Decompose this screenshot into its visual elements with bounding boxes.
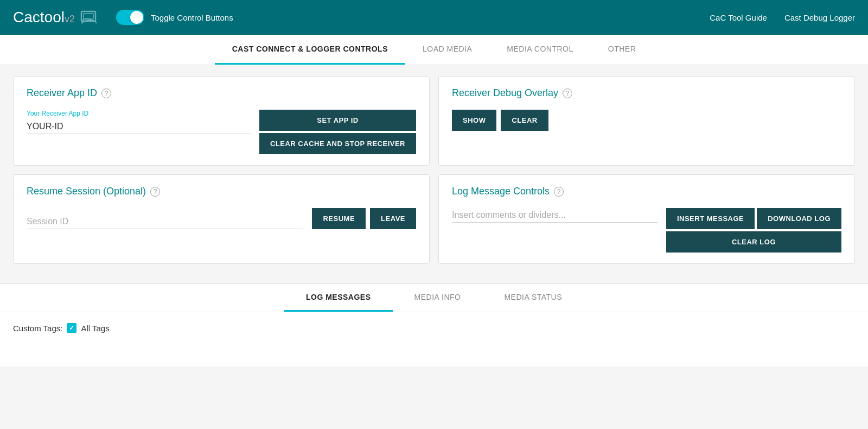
receiver-debug-buttons: SHOW CLEAR [452,110,841,131]
resume-button[interactable]: RESUME [312,208,366,229]
app-header: Cactoolv2 Toggle Control Buttons CaC Too… [0,0,868,35]
log-top-buttons: INSERT MESSAGE DOWNLOAD LOG [666,208,841,229]
receiver-app-id-input-area: Your Receiver App ID [27,110,259,134]
receiver-app-id-help-icon[interactable]: ? [101,89,111,98]
resume-session-body: RESUME LEAVE [27,208,416,229]
tab-log-messages[interactable]: LOG MESSAGES [284,284,393,312]
log-message-controls-card: Log Message Controls ? INSERT MESSAGE DO… [438,174,855,264]
receiver-debug-overlay-card: Receiver Debug Overlay ? SHOW CLEAR [438,76,855,166]
session-id-input[interactable] [27,214,303,229]
custom-tags-label: Custom Tags: [13,324,62,333]
receiver-debug-help-icon[interactable]: ? [563,89,572,98]
log-comment-input[interactable] [452,208,658,223]
log-message-controls-title: Log Message Controls ? [452,186,841,197]
log-message-help-icon[interactable]: ? [554,187,564,197]
session-buttons: RESUME LEAVE [312,208,416,229]
receiver-app-id-body: Your Receiver App ID SET APP ID CLEAR CA… [27,110,416,154]
top-tabs-bar: CAST CONNECT & LOGGER CONTROLS LOAD MEDI… [0,35,868,65]
all-tags-label: All Tags [81,324,109,333]
set-app-id-button[interactable]: SET APP ID [259,110,416,131]
clear-button[interactable]: CLEAR [501,110,548,131]
receiver-app-id-card: Receiver App ID ? Your Receiver App ID S… [13,76,430,166]
download-log-button[interactable]: DOWNLOAD LOG [757,208,841,229]
leave-button[interactable]: LEAVE [370,208,416,229]
nav-cac-tool-guide[interactable]: CaC Tool Guide [710,13,767,22]
tab-load-media[interactable]: LOAD MEDIA [405,35,489,65]
main-content: Receiver App ID ? Your Receiver App ID S… [0,65,868,283]
toggle-switch[interactable] [116,10,144,25]
logo-text: Cactoolv2 [13,9,75,26]
tab-other[interactable]: OTHER [591,35,654,65]
receiver-app-id-title: Receiver App ID ? [27,87,416,99]
tab-media-control[interactable]: MEDIA CONTROL [489,35,590,65]
tab-media-info[interactable]: MEDIA INFO [393,284,483,312]
bottom-section: LOG MESSAGES MEDIA INFO MEDIA STATUS Cus… [0,283,868,367]
nav-cast-debug-logger[interactable]: Cast Debug Logger [784,13,855,22]
tab-media-status[interactable]: MEDIA STATUS [482,284,584,312]
log-messages-area: Custom Tags: All Tags [0,312,868,367]
session-input-area [27,214,312,229]
bottom-tabs-bar: LOG MESSAGES MEDIA INFO MEDIA STATUS [0,284,868,312]
receiver-app-id-input[interactable] [27,119,251,134]
log-input-area [452,208,666,223]
resume-session-help-icon[interactable]: ? [150,187,160,197]
logo-version: v2 [65,14,75,24]
log-message-body: INSERT MESSAGE DOWNLOAD LOG CLEAR LOG [452,208,841,253]
all-tags-checkbox[interactable] [67,323,76,333]
insert-message-button[interactable]: INSERT MESSAGE [666,208,755,229]
resume-session-title: Resume Session (Optional) ? [27,186,416,197]
resume-session-card: Resume Session (Optional) ? RESUME LEAVE [13,174,430,264]
receiver-app-id-buttons: SET APP ID CLEAR CACHE AND STOP RECEIVER [259,110,416,154]
header-nav: CaC Tool Guide Cast Debug Logger [710,13,855,22]
custom-tags-row: Custom Tags: All Tags [13,323,855,333]
receiver-app-id-label: Your Receiver App ID [27,110,251,117]
toggle-area[interactable]: Toggle Control Buttons [116,10,233,25]
clear-log-button[interactable]: CLEAR LOG [666,231,841,253]
show-button[interactable]: SHOW [452,110,496,131]
svg-rect-1 [84,14,93,19]
logo-area: Cactoolv2 [13,7,101,28]
cards-grid: Receiver App ID ? Your Receiver App ID S… [13,76,855,264]
log-buttons: INSERT MESSAGE DOWNLOAD LOG CLEAR LOG [666,208,841,253]
receiver-debug-overlay-title: Receiver Debug Overlay ? [452,87,841,99]
toggle-label: Toggle Control Buttons [151,13,233,22]
clear-cache-button[interactable]: CLEAR CACHE AND STOP RECEIVER [259,133,416,154]
tab-cast-connect[interactable]: CAST CONNECT & LOGGER CONTROLS [215,35,405,65]
cast-icon [80,7,101,28]
